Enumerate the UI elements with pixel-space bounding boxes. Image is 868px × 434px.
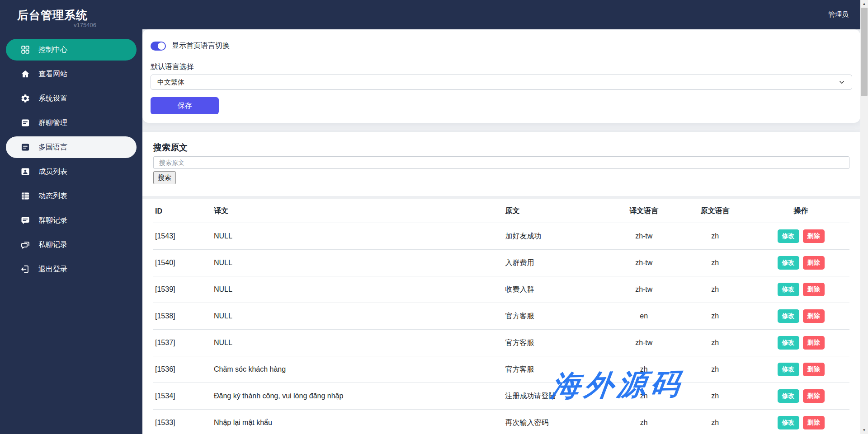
cell-actions: 修改删除 bbox=[752, 250, 849, 276]
edit-button[interactable]: 修改 bbox=[778, 363, 799, 376]
delete-button[interactable]: 删除 bbox=[803, 283, 825, 296]
cell-id: [1536] bbox=[153, 356, 210, 383]
delete-button[interactable]: 删除 bbox=[803, 336, 825, 350]
scrollbar-up-arrow[interactable]: ▲ bbox=[860, 0, 868, 8]
delete-button[interactable]: 删除 bbox=[803, 416, 825, 429]
contact-card-icon bbox=[20, 167, 30, 177]
sidebar-item-label: 多国语言 bbox=[38, 143, 67, 152]
cell-id: [1533] bbox=[153, 410, 210, 434]
delete-button[interactable]: 删除 bbox=[803, 229, 825, 243]
cell-from-lang: zh bbox=[678, 356, 752, 383]
edit-button[interactable]: 修改 bbox=[778, 229, 799, 243]
app: 后台管理系统 v175406 控制中心查看网站系统设置群聊管理多国语言成员列表动… bbox=[0, 0, 868, 434]
cell-actions: 修改删除 bbox=[752, 410, 849, 434]
cell-from-lang: zh bbox=[678, 223, 752, 250]
save-button[interactable]: 保存 bbox=[151, 97, 219, 114]
scrollbar-thumb[interactable] bbox=[861, 8, 868, 96]
gear-icon bbox=[20, 93, 30, 103]
cell-id: [1540] bbox=[153, 250, 210, 276]
delete-button[interactable]: 删除 bbox=[803, 309, 825, 323]
cell-from-lang: zh bbox=[678, 303, 752, 330]
dashboard-icon bbox=[20, 45, 30, 55]
sidebar: 后台管理系统 v175406 控制中心查看网站系统设置群聊管理多国语言成员列表动… bbox=[0, 0, 142, 434]
toggle-knob bbox=[158, 42, 165, 50]
edit-button[interactable]: 修改 bbox=[778, 309, 799, 323]
sidebar-item-label: 退出登录 bbox=[38, 265, 67, 274]
cell-to-lang: zh bbox=[610, 356, 678, 383]
scrollbar-down-arrow[interactable]: ▼ bbox=[860, 426, 868, 434]
delete-button[interactable]: 删除 bbox=[803, 256, 825, 270]
search-block: 搜索原文 搜索 bbox=[153, 143, 849, 184]
cell-actions: 修改删除 bbox=[752, 303, 849, 330]
default-language-select[interactable]: 中文繁体 bbox=[151, 75, 852, 90]
sidebar-item-control-center[interactable]: 控制中心 bbox=[6, 39, 137, 61]
cell-original: 官方客服 bbox=[501, 303, 610, 330]
edit-button[interactable]: 修改 bbox=[778, 256, 799, 270]
cell-id: [1543] bbox=[153, 223, 210, 250]
table-row: [1536]Chăm sóc khách hàng官方客服zhzh修改删除 bbox=[153, 356, 849, 383]
cell-actions: 修改删除 bbox=[752, 356, 849, 383]
sidebar-item-group-chat-logs[interactable]: 群聊记录 bbox=[6, 210, 137, 231]
cell-translation: Đăng ký thành công, vui lòng đăng nhập bbox=[210, 383, 502, 410]
cell-original: 入群费用 bbox=[501, 250, 610, 276]
edit-button[interactable]: 修改 bbox=[778, 389, 799, 403]
cell-original: 官方客服 bbox=[501, 330, 610, 356]
main-column: 管理员 显示首页语言切换 默认语言选择 中文繁体 保存 搜 bbox=[142, 0, 860, 434]
chat-double-icon bbox=[20, 240, 30, 250]
home-icon bbox=[20, 69, 30, 79]
edit-button[interactable]: 修改 bbox=[778, 283, 799, 296]
sidebar-item-label: 查看网站 bbox=[38, 70, 67, 79]
toggle-label: 显示首页语言切换 bbox=[172, 41, 230, 51]
delete-button[interactable]: 删除 bbox=[803, 363, 825, 376]
cell-translation: NULL bbox=[210, 223, 502, 250]
sidebar-item-label: 群聊记录 bbox=[38, 216, 67, 225]
chat-lines-icon bbox=[20, 215, 30, 225]
document-icon bbox=[20, 118, 30, 128]
chevron-down-icon bbox=[838, 79, 845, 86]
user-menu[interactable]: 管理员 bbox=[828, 10, 849, 19]
sidebar-item-label: 系统设置 bbox=[38, 94, 67, 103]
delete-button[interactable]: 删除 bbox=[803, 389, 825, 403]
logout-icon bbox=[20, 264, 30, 274]
scrollbar[interactable]: ▲ ▼ bbox=[860, 0, 868, 434]
cell-from-lang: zh bbox=[678, 383, 752, 410]
sidebar-item-member-list[interactable]: 成员列表 bbox=[6, 161, 137, 182]
cell-actions: 修改删除 bbox=[752, 223, 849, 250]
cell-original: 收费入群 bbox=[501, 276, 610, 303]
search-input[interactable] bbox=[153, 156, 849, 169]
sidebar-item-activity-list[interactable]: 动态列表 bbox=[6, 185, 137, 207]
search-heading: 搜索原文 bbox=[153, 143, 849, 153]
table-row: [1533]Nhập lại mật khẩu再次输入密码zhzh修改删除 bbox=[153, 410, 849, 434]
edit-button[interactable]: 修改 bbox=[778, 416, 799, 429]
table-row: [1543]NULL加好友成功zh-twzh修改删除 bbox=[153, 223, 849, 250]
column-header: ID bbox=[153, 199, 210, 223]
table-header-row: ID译文原文译文语言原文语言操作 bbox=[153, 199, 849, 223]
sidebar-item-view-site[interactable]: 查看网站 bbox=[6, 63, 137, 85]
language-switch-toggle[interactable] bbox=[151, 42, 166, 51]
sidebar-item-label: 私聊记录 bbox=[38, 240, 67, 250]
table-row: [1538]NULL官方客服enzh修改删除 bbox=[153, 303, 849, 330]
select-value: 中文繁体 bbox=[157, 78, 184, 87]
table-row: [1539]NULL收费入群zh-twzh修改删除 bbox=[153, 276, 849, 303]
edit-button[interactable]: 修改 bbox=[778, 336, 799, 350]
sidebar-item-logout[interactable]: 退出登录 bbox=[6, 258, 137, 280]
sidebar-item-label: 控制中心 bbox=[38, 45, 67, 55]
sidebar-item-system-settings[interactable]: 系统设置 bbox=[6, 88, 137, 109]
cell-original: 加好友成功 bbox=[501, 223, 610, 250]
sidebar-item-group-chat-manage[interactable]: 群聊管理 bbox=[6, 112, 137, 134]
cell-original: 再次输入密码 bbox=[501, 410, 610, 434]
cell-actions: 修改删除 bbox=[752, 383, 849, 410]
cell-id: [1534] bbox=[153, 383, 210, 410]
search-button[interactable]: 搜索 bbox=[153, 171, 176, 184]
cell-to-lang: zh-tw bbox=[610, 223, 678, 250]
cell-to-lang: zh-tw bbox=[610, 330, 678, 356]
table-row: [1540]NULL入群费用zh-twzh修改删除 bbox=[153, 250, 849, 276]
sidebar-item-private-chat-logs[interactable]: 私聊记录 bbox=[6, 234, 137, 256]
table-row: [1537]NULL官方客服zh-twzh修改删除 bbox=[153, 330, 849, 356]
translations-table: ID译文原文译文语言原文语言操作 [1543]NULL加好友成功zh-twzh修… bbox=[153, 199, 849, 434]
sidebar-item-label: 成员列表 bbox=[38, 167, 67, 177]
sidebar-item-label: 群聊管理 bbox=[38, 118, 67, 128]
cell-to-lang: zh bbox=[610, 410, 678, 434]
cell-from-lang: zh bbox=[678, 276, 752, 303]
sidebar-item-languages[interactable]: 多国语言 bbox=[6, 136, 137, 158]
